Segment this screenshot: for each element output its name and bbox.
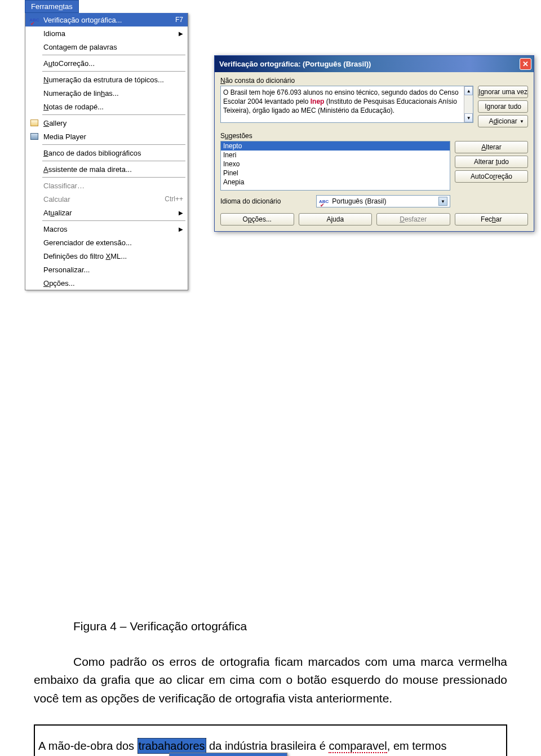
menu-item-label: Contagem de palavras xyxy=(43,43,183,51)
menu-item-label: Calcular xyxy=(43,195,159,204)
menu-item-label: Gallery xyxy=(43,119,183,127)
chevron-right-icon: ▶ xyxy=(179,210,183,216)
menu-item[interactable]: Banco de dados bibliográficos xyxy=(25,146,188,160)
menu-item[interactable]: Contagem de palavras xyxy=(25,40,188,54)
error-textbox[interactable]: O Brasil tem hoje 676.093 alunos no ensi… xyxy=(220,86,473,123)
dialog-titlebar: Verificação ortográfica: (Português (Bra… xyxy=(215,56,534,72)
adicionar-button[interactable]: Adicionar▼ xyxy=(478,115,528,127)
menu-item-label: Definições do filtro XML... xyxy=(43,252,183,260)
ignorar-tudo-button[interactable]: Ignorar tudo xyxy=(478,100,528,113)
menu-item-label: Classificar… xyxy=(43,182,183,190)
autocorrecao-button[interactable]: AutoCorreção xyxy=(455,170,528,183)
abc-check-icon: ABC xyxy=(29,17,39,23)
menu-shortcut: F7 xyxy=(175,16,183,24)
menu-item-label: Verificação ortográfica... xyxy=(43,16,170,24)
menu-title-post: tas xyxy=(63,2,72,11)
dialog-title: Verificação ortográfica: (Português (Bra… xyxy=(219,60,371,68)
menu-item[interactable]: AutoCorreção... xyxy=(25,56,188,70)
menu-item-label: Personalizar... xyxy=(43,266,183,274)
media-icon xyxy=(30,133,38,140)
menu-ferramentas[interactable]: Ferramentas xyxy=(25,0,79,13)
vertical-scrollbar[interactable]: ▲ ▼ xyxy=(464,86,473,122)
label-sugestoes: Sugestões xyxy=(220,132,528,140)
menu-item[interactable]: Notas de rodapé... xyxy=(25,100,188,113)
menu-item[interactable]: Idioma▶ xyxy=(25,26,188,40)
tools-dropdown: ABCVerificação ortográfica...F7Idioma▶Co… xyxy=(25,13,188,290)
scroll-down-icon[interactable]: ▼ xyxy=(464,113,473,122)
menu-item: CalcularCtrl++ xyxy=(25,192,188,206)
suggestion-item[interactable]: Ineri xyxy=(221,151,450,160)
ctx-suggestion[interactable]: trabalhadores xyxy=(170,753,287,756)
spellcheck-dialog: Verificação ortográfica: (Português (Bra… xyxy=(214,55,534,232)
menu-item-label: Numeração da estrutura de tópicos... xyxy=(43,76,183,84)
chevron-down-icon[interactable]: ▼ xyxy=(438,197,447,206)
ignorar-uma-button[interactable]: Ignorar uma vez xyxy=(478,86,528,98)
menu-item[interactable]: Opções... xyxy=(25,276,188,290)
ajuda-button[interactable]: Ajuda xyxy=(299,213,373,226)
suggestion-item[interactable]: Pinel xyxy=(221,169,450,178)
menu-item-label: AutoCorreção... xyxy=(43,59,183,68)
menu-item[interactable]: Gallery xyxy=(25,116,188,130)
menu-item-label: Idioma xyxy=(43,29,179,38)
suggestions-listbox[interactable]: IneptoIneriInexoPinelAnepia xyxy=(220,141,450,191)
spell-context-sample: A mão-de-obra dos trabahadores da indúst… xyxy=(34,724,507,756)
menu-item[interactable]: Assistente de mala direta... xyxy=(25,162,188,176)
abc-check-icon: ABC xyxy=(319,199,329,204)
scroll-up-icon[interactable]: ▲ xyxy=(464,86,473,95)
menu-item[interactable]: Macros▶ xyxy=(25,222,188,236)
menu-item-label: Media Player xyxy=(43,132,183,141)
menu-item[interactable]: Atualizar▶ xyxy=(25,206,188,219)
misspelled-word: Inep xyxy=(311,98,325,105)
menu-item[interactable]: Personalizar... xyxy=(25,263,188,276)
menu-item-label: Notas de rodapé... xyxy=(43,103,183,111)
fechar-button[interactable]: Fechar xyxy=(455,213,529,226)
menu-item[interactable]: ABCVerificação ortográfica...F7 xyxy=(25,13,188,26)
figure4-caption: Figura 4 – Verificação ortográfica xyxy=(73,617,507,636)
suggestion-item[interactable]: Inepto xyxy=(221,142,450,151)
menu-item-label: Macros xyxy=(43,225,179,233)
menu-item[interactable]: Gerenciador de extensão... xyxy=(25,236,188,249)
gallery-icon xyxy=(30,120,38,126)
language-value: Português (Brasil) xyxy=(332,197,386,205)
menu-item[interactable]: Numeração de linhas... xyxy=(25,86,188,100)
menu-item-label: Opções... xyxy=(43,279,183,288)
spell-context-menu: trabalhadores Verificação OrtográficaAdi… xyxy=(169,753,287,756)
chevron-right-icon: ▶ xyxy=(179,30,183,37)
desfazer-button[interactable]: Desfazer xyxy=(376,213,450,226)
language-select[interactable]: ABC Português (Brasil) ▼ xyxy=(316,195,450,207)
opcoes-button[interactable]: Opções... xyxy=(220,213,294,226)
label-idioma: Idioma do dicionário xyxy=(220,197,312,205)
menu-item[interactable]: Definições do filtro XML... xyxy=(25,249,188,263)
menu-item[interactable]: Numeração da estrutura de tópicos... xyxy=(25,73,188,86)
menu-item-label: Gerenciador de extensão... xyxy=(43,238,183,247)
suggestion-item[interactable]: Anepia xyxy=(221,178,450,187)
menu-item-label: Assistente de mala direta... xyxy=(43,165,183,174)
menu-item-label: Banco de dados bibliográficos xyxy=(43,149,183,157)
chevron-right-icon: ▶ xyxy=(179,226,183,232)
close-icon[interactable]: ✕ xyxy=(520,58,531,70)
menu-item-label: Numeração de linhas... xyxy=(43,89,183,98)
paragraph-1: Como padrão os erros de ortografia ficam… xyxy=(34,653,507,708)
misspelled-word-2: comparavel xyxy=(329,740,387,753)
selected-misspelled-word[interactable]: trabahadores xyxy=(138,738,206,754)
label-nao-consta: Não consta do dicionário xyxy=(220,77,528,85)
alterar-button[interactable]: Alterar xyxy=(455,141,528,153)
menu-title-pre: Ferrame xyxy=(31,2,59,11)
menu-item-label: Atualizar xyxy=(43,209,179,217)
chevron-down-icon: ▼ xyxy=(520,119,524,124)
alterar-tudo-button[interactable]: Alterar tudo xyxy=(455,156,528,168)
suggestion-item[interactable]: Inexo xyxy=(221,160,450,169)
menu-shortcut: Ctrl++ xyxy=(165,195,183,203)
menu-item: Classificar… xyxy=(25,179,188,192)
menu-item[interactable]: Media Player xyxy=(25,130,188,143)
